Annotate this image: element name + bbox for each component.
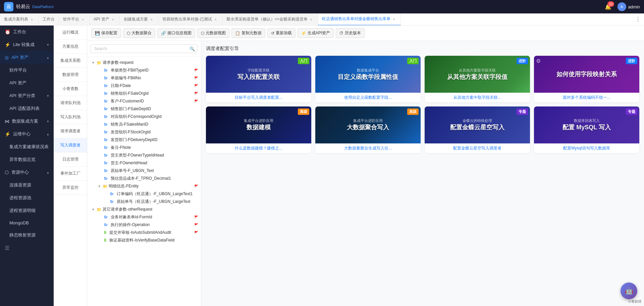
save-config-button[interactable]: 💾 保存配置 <box>91 28 121 38</box>
guide-card-2[interactable]: 数据集成平台 目定义函数学段属性值 入门 使用自定义函数配置字段... <box>315 56 421 102</box>
guide-card-1[interactable]: 字段配置关联 写入段配置关联 入门 目标平台写入调度者配置... <box>206 56 311 102</box>
guide-card-3[interactable]: 从其他方案取字段关联 从其他方案关联字段值 进阶 从其他方案中取字段关联... <box>425 56 530 102</box>
tree-node-10[interactable]: Sr发货部门-FDeliveryDeptID <box>87 136 201 144</box>
guide-card-4[interactable]: ⚙ 如何使用字段映射关系 进阶 面对多个系统编码不统一... <box>534 56 639 102</box>
user-menu[interactable]: A admin <box>618 2 640 11</box>
guide-card-7[interactable]: 金蝶云的特殊处理 配置金蝶云星空写入 专题 配置金蝶云星空写入调度者 <box>425 106 530 153</box>
tab-7-close[interactable]: × <box>392 17 396 21</box>
sidebar-item-api-assets[interactable]: ◎ API 资产 ▴ <box>0 51 54 64</box>
tab-5-close[interactable]: × <box>213 17 218 22</box>
tab-3[interactable]: API 资产 × <box>90 13 120 26</box>
tree-node-15[interactable]: Sr预估货品成本-F_TPRO_Decimal1 <box>87 175 201 182</box>
sidebar-expand-button[interactable]: ☰ <box>0 242 54 255</box>
tree-node-3[interactable]: Sr日期-FDate🚩 <box>87 82 201 90</box>
second-item-exception-monitor[interactable]: 异常监控 <box>54 181 87 195</box>
tree-node-19[interactable]: ▼📁其它请求参数-otherRequest <box>87 206 201 213</box>
big-data-merge-button[interactable]: ⬡ 大数据聚合 <box>123 28 155 38</box>
sidebar-item-api-adapter[interactable]: API 适配器列表 <box>0 102 54 115</box>
tab-0-close[interactable]: × <box>30 17 34 22</box>
tab-2-close[interactable]: × <box>80 17 85 22</box>
sidebar-item-workbench[interactable]: ⏰ 工作台 <box>0 26 54 38</box>
sidebar-item-software[interactable]: 软件平台 <box>0 64 54 77</box>
resources-arrow-icon: ▴ <box>47 170 49 175</box>
search-input[interactable] <box>91 44 198 53</box>
tab-6-close[interactable]: × <box>309 17 314 22</box>
sidebar-item-exception[interactable]: 异常数据总览 <box>0 153 54 166</box>
sidebar-item-lite[interactable]: ⚡ Lite 轻集成 ▾ <box>0 38 54 51</box>
tree-leaf-label: 发货组织-FStockOrgId <box>111 129 198 135</box>
tree-node-17[interactable]: Sr订单编码（旺店通）-F_UBGN_LargeText1 <box>87 190 201 198</box>
tab-3-close[interactable]: × <box>111 17 115 22</box>
flag-icon: 🚩 <box>194 184 198 188</box>
reload-button[interactable]: ↺ 重新加载 <box>267 28 296 38</box>
second-item-info[interactable]: 方案信息 <box>54 40 87 54</box>
settings-icon[interactable]: ⚙ <box>536 58 541 64</box>
tree-node-23[interactable]: B验证基础资料-IsVerifyBaseDataField <box>87 236 201 244</box>
second-item-log[interactable]: 日志管理 <box>54 152 87 167</box>
flag-icon: 🚩 <box>194 99 198 103</box>
tree-node-13[interactable]: Sr货主-FOwnerIdHead <box>87 159 201 167</box>
second-item-write-scheduler[interactable]: 写入调度者 <box>54 138 87 152</box>
tree-node-6[interactable]: Sr销售部门-FSaleDeptID <box>87 105 201 113</box>
second-item-overview[interactable]: 运行概况 <box>54 26 87 40</box>
guide-card-6[interactable]: 集成平台进阶应用 大数据聚合写入 高级 大数据量聚合生成写入任... <box>315 106 421 153</box>
sidebar-item-static-mapping[interactable]: 静态映射资源 <box>0 229 54 242</box>
tree-node-2[interactable]: Sr单据编号-FBillNo🚩 <box>87 74 201 82</box>
assistant-button[interactable]: 🤖 <box>621 282 637 299</box>
generate-api-button[interactable]: ⚡ 生成API资产 <box>298 28 334 38</box>
notification-button[interactable]: 🔔 10 <box>603 2 613 11</box>
sidebar-item-connector[interactable]: 连接器资源 <box>0 179 54 191</box>
sidebar-item-health[interactable]: 集成方案健康状况表 <box>0 140 54 153</box>
tree-node-20[interactable]: Sr业务对象表单Id-FormId🚩 <box>87 213 201 221</box>
sidebar-item-resources[interactable]: ⬡ 资源中心 ▴ <box>0 166 54 179</box>
app-title: 轻易云 DataPlatform <box>16 4 54 10</box>
tree-node-16[interactable]: ▼📁明细信息-FEntity🚩 <box>87 182 201 190</box>
card-badge-6: 高级 <box>407 108 419 115</box>
sidebar-item-process-detail[interactable]: 进程资源明细 <box>0 204 54 217</box>
tab-1[interactable]: 工作台 <box>39 13 59 26</box>
sidebar-item-process-pool[interactable]: 进程资源池 <box>0 191 54 204</box>
tree-node-1[interactable]: Sr单据类型-FBillTypeID🚩 <box>87 67 201 74</box>
meta-view-button[interactable]: ⬡ 元数据视图 <box>197 28 229 38</box>
sidebar-item-data-integration[interactable]: ⋈ 数据集成方案 ▾ <box>0 115 54 128</box>
second-item-event-factory[interactable]: 事件加工厂 <box>54 167 87 181</box>
tree-node-12[interactable]: Sr货主类型-FOwnerTypeIdHead <box>87 151 201 159</box>
tree-node-21[interactable]: Sr执行的操作-Operation🚩 <box>87 221 201 229</box>
tree-leaf-label: 对应组织-FCorrespondOrgId <box>111 114 198 120</box>
tab-4-close[interactable]: × <box>149 17 154 22</box>
history-button[interactable]: ⏱ 历史版本 <box>336 28 365 38</box>
second-item-request-scheduler[interactable]: 请求调度者 <box>54 124 87 138</box>
search-icon[interactable]: 🔍 <box>190 46 195 51</box>
tree-node-14[interactable]: Sr原始单号-F_UBGN_Text <box>87 167 201 175</box>
tab-4[interactable]: 创建集成方案 × <box>120 13 158 26</box>
tree-node-4[interactable]: Sr销售组织-FSaleOrgId🚩 <box>87 90 201 97</box>
guide-card-8[interactable]: 数据库回表写入 配置 MySQL 写入 专题 配置Mysql语句写入数据库 <box>534 106 639 153</box>
tab-2[interactable]: 软件平台 × <box>59 13 90 26</box>
tab-more-button[interactable]: ⋮ <box>632 13 644 26</box>
tree-node-8[interactable]: Sr销售员-FSalesManID <box>87 121 201 128</box>
second-item-data-management[interactable]: 数据管理 <box>54 68 87 82</box>
tree-node-0[interactable]: ▼📁请求参数-request <box>87 59 201 67</box>
tree-node-11[interactable]: Sr备注-FNote <box>87 144 201 151</box>
sidebar-item-api[interactable]: API 资产 <box>0 77 54 89</box>
copy-meta-button[interactable]: 📋 复制元数据 <box>231 28 265 38</box>
tab-0[interactable]: 集成方案列表 × <box>0 13 39 26</box>
sidebar-item-ops[interactable]: ⚡ 运维中心 ▴ <box>0 128 54 140</box>
tree-node-9[interactable]: Sr发货组织-FStockOrgId <box>87 128 201 136</box>
tree-node-5[interactable]: Sr客户-FCustomerID🚩 <box>87 97 201 105</box>
second-item-request-queue[interactable]: 请求队列池 <box>54 96 87 110</box>
api-info-view-button[interactable]: 🔗 接口信息视图 <box>157 28 195 38</box>
second-item-integration-map[interactable]: 集成关系图 <box>54 54 87 68</box>
tab-6[interactable]: 聚水潭采购退货单（确认）=>金蝶采购退货单 × <box>222 13 318 26</box>
guide-card-5[interactable]: 集成平台进阶应用 数据建模 高级 什么是数据建模？建模之... <box>206 106 311 153</box>
tab-7[interactable]: 旺店通销售出库单对接金蝶销售出库单 × <box>318 13 401 26</box>
tree-node-7[interactable]: Sr对应组织-FCorrespondOrgId <box>87 113 201 121</box>
second-item-write-queue[interactable]: 写入队列池 <box>54 110 87 124</box>
second-item-query[interactable]: 小青查数 <box>54 82 87 96</box>
tab-5[interactable]: 管易销售出库单对接-已测试 × <box>158 13 222 26</box>
sidebar-item-api-category[interactable]: API 资产分类 ▾ <box>0 89 54 102</box>
sidebar-item-mongodb[interactable]: MongoDB <box>0 217 54 229</box>
type-badge-sr: Sr <box>103 138 109 142</box>
tree-node-22[interactable]: B提交并审核-IsAutoSubmitAndAudit🚩 <box>87 229 201 236</box>
tree-node-18[interactable]: Sr原始单号（旺店通）-F_UBGN_LargeText <box>87 198 201 206</box>
